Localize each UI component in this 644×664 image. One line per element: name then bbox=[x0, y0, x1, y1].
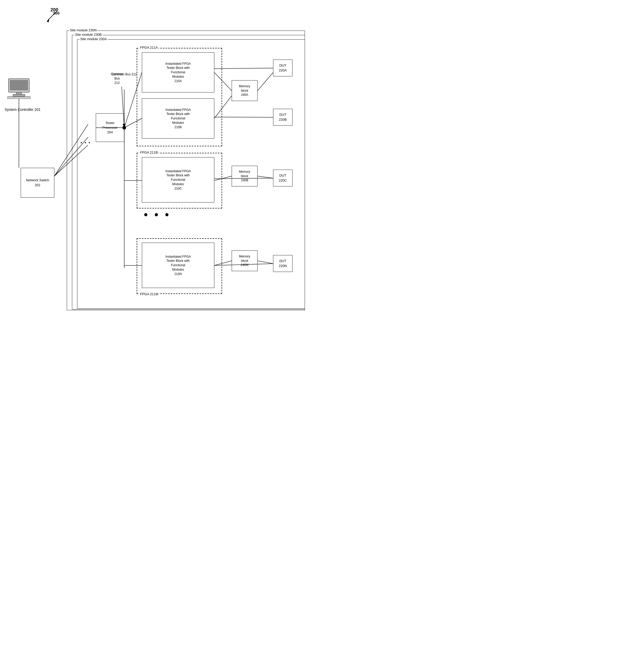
tester-processor-label: Tester Processor 204 bbox=[103, 121, 118, 135]
site-module-A-label: Site module 230A bbox=[80, 37, 108, 41]
dut-220N-box: DUT 220N bbox=[273, 255, 293, 272]
svg-rect-1 bbox=[10, 80, 28, 90]
block-210A-label: Instantiated FPGA Tester Block with Func… bbox=[165, 62, 191, 83]
memory-240B-label: Memory block 240B bbox=[239, 170, 250, 183]
memory-240M-label: Memory block 240M bbox=[239, 254, 250, 267]
network-switch-box: Network Switch 202 bbox=[21, 168, 55, 198]
computer-icon bbox=[7, 78, 30, 99]
fpga-211B-label: FPGA 211B bbox=[139, 150, 159, 155]
memory-240B-box: Memory block 240B bbox=[232, 166, 258, 186]
svg-rect-2 bbox=[16, 92, 21, 94]
dut-220C-label: DUT 220C bbox=[279, 173, 287, 183]
svg-rect-4 bbox=[7, 97, 30, 99]
tester-processor-ellipsis: ··· bbox=[80, 139, 92, 147]
middle-ellipsis: ● ● ● bbox=[144, 210, 171, 219]
diagram-container: 200 Site module 230N Site module 230B Si… bbox=[0, 0, 322, 332]
common-bus-text: Common Bus 212 bbox=[111, 72, 124, 85]
memory-240M-box: Memory block 240M bbox=[232, 250, 258, 271]
dut-220A-box: DUT 220A bbox=[273, 60, 293, 77]
dut-220C-box: DUT 220C bbox=[273, 170, 293, 186]
site-module-N-label: Site module 230N bbox=[69, 28, 97, 32]
dut-220N-label: DUT 220N bbox=[279, 259, 287, 268]
block-210B-label: Instantiated FPGA Tester Block with Func… bbox=[165, 108, 191, 129]
fpga-block-210B: Instantiated FPGA Tester Block with Func… bbox=[142, 98, 214, 139]
fpga-block-210N: Instantiated FPGA Tester Block with Func… bbox=[142, 243, 214, 288]
fpga-block-210C: Instantiated FPGA Tester Block with Func… bbox=[142, 157, 214, 203]
fpga-211A-label: FPGA 211A bbox=[139, 45, 159, 50]
dut-220B-box: DUT 220B bbox=[273, 109, 293, 126]
block-210N-label: Instantiated FPGA Tester Block with Func… bbox=[165, 254, 191, 276]
dut-220A-label: DUT 220A bbox=[279, 63, 286, 72]
system-controller-label: System Controller 201 bbox=[5, 107, 41, 111]
dut-220B-label: DUT 220B bbox=[279, 112, 286, 122]
network-switch-label: Network Switch 202 bbox=[26, 178, 49, 187]
diagram-number-label: 200 bbox=[50, 7, 58, 13]
svg-rect-3 bbox=[13, 94, 25, 96]
block-210C-label: Instantiated FPGA Tester Block with Func… bbox=[165, 169, 191, 191]
memory-240A-label: Memory block 240A bbox=[239, 84, 250, 97]
memory-240A-box: Memory block 240A bbox=[232, 80, 258, 101]
tester-processor-box: Tester Processor 204 bbox=[96, 113, 124, 142]
fpga-211M-label: FPGA 211M bbox=[139, 292, 159, 296]
svg-marker-6 bbox=[47, 19, 49, 22]
fpga-block-210A: Instantiated FPGA Tester Block with Func… bbox=[142, 52, 214, 92]
site-module-B-label: Site module 230B bbox=[74, 33, 103, 37]
